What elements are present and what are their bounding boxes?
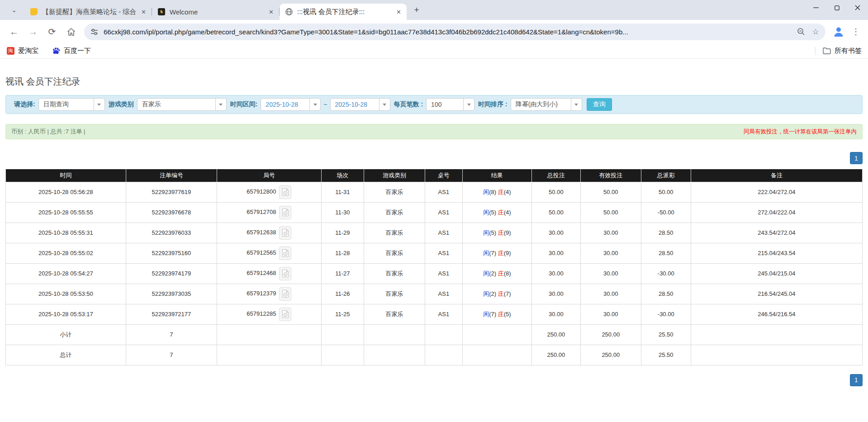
bookmark-taobao[interactable]: 淘 爱淘宝 <box>6 47 38 55</box>
cell-valid-bet: 50.00 <box>580 182 641 202</box>
total-valid-bet: 250.00 <box>580 345 641 365</box>
cell-time: 2025-10-28 05:55:31 <box>6 223 126 243</box>
cell-bet-number: 522923977619 <box>126 182 217 202</box>
maximize-button[interactable] <box>826 0 847 15</box>
cell-game-type: 百家乐 <box>364 284 425 304</box>
all-bookmarks-label: 所有书签 <box>835 47 862 55</box>
video-replay-button[interactable] <box>279 267 291 280</box>
cell-payout: -30.00 <box>641 304 691 324</box>
header-note: 备注 <box>691 169 862 182</box>
chevron-down-icon <box>309 99 320 110</box>
cell-session: 11-25 <box>321 304 364 324</box>
video-replay-button[interactable] <box>279 287 291 301</box>
total-count: 7 <box>126 345 217 365</box>
round-number-text: 657912379 <box>247 290 276 297</box>
table-header-row: 时间 注单编号 局号 场次 游戏类别 桌号 结果 总投注 有效投注 总派彩 备注 <box>6 169 863 182</box>
cell-result: 闲(2) 庄(7) <box>462 284 531 304</box>
close-icon[interactable]: ✕ <box>394 8 403 16</box>
cell-total-bet[interactable]: 30.00 <box>531 223 580 243</box>
profile-button[interactable] <box>831 24 846 39</box>
cell-table-number: AS1 <box>425 182 462 202</box>
cell-valid-bet: 30.00 <box>580 304 641 324</box>
result-banker-score: (4) <box>504 209 511 216</box>
table-row: 2025-10-28 05:54:27522923974179657912468… <box>6 263 863 284</box>
tab-welcome[interactable]: ♞ Welcome ✕ <box>152 4 279 20</box>
result-player-score: (2) <box>489 290 498 297</box>
page-1-button[interactable]: 1 <box>850 152 863 164</box>
date-to-value: 2025-10-28 <box>331 99 379 110</box>
query-button[interactable]: 查询 <box>587 98 612 111</box>
address-bar[interactable]: 66cxkj98.com/ipl/portal.php/game/betreco… <box>84 24 825 40</box>
video-replay-button[interactable] <box>279 308 291 321</box>
reload-button[interactable]: ⟳ <box>43 23 61 40</box>
result-player: 闲 <box>483 270 489 277</box>
bookmark-star-icon[interactable]: ☆ <box>808 24 823 39</box>
cell-total-bet[interactable]: 30.00 <box>531 284 580 304</box>
tab-forum[interactable]: 【新提醒】海燕策略论坛 - 综合 ✕ <box>24 4 152 20</box>
round-number-text: 657912565 <box>247 249 276 256</box>
close-icon[interactable]: ✕ <box>139 8 148 16</box>
close-icon <box>855 5 860 10</box>
video-replay-button[interactable] <box>279 247 291 260</box>
cell-total-bet[interactable]: 30.00 <box>531 243 580 263</box>
header-time: 时间 <box>6 169 126 182</box>
cell-payout: 50.00 <box>641 182 691 202</box>
maximize-icon <box>835 5 840 10</box>
query-type-select[interactable]: 日期查询 <box>38 98 105 111</box>
game-type-select[interactable]: 百家乐 <box>137 98 227 111</box>
all-bookmarks[interactable]: 所有书签 <box>815 47 862 55</box>
sort-select[interactable]: 降幂(由大到小) <box>511 98 582 111</box>
bookmark-baidu[interactable]: 百度一下 <box>52 47 91 55</box>
cell-game-type: 百家乐 <box>364 202 425 223</box>
cell-total-bet[interactable]: 30.00 <box>531 304 580 324</box>
cell-bet-number: 522923976678 <box>126 202 217 223</box>
forward-button[interactable]: → <box>24 23 42 40</box>
date-from-select[interactable]: 2025-10-28 <box>261 98 321 111</box>
cell-total-bet[interactable]: 50.00 <box>531 202 580 223</box>
tab-search-button[interactable]: ⌄ <box>7 3 21 17</box>
zoom-out-icon[interactable] <box>794 24 808 39</box>
video-replay-button[interactable] <box>279 206 291 219</box>
minimize-button[interactable] <box>806 0 826 15</box>
close-window-button[interactable] <box>847 0 868 15</box>
cell-total-bet[interactable]: 30.00 <box>531 263 580 284</box>
per-page-label: 每页笔数 : <box>394 100 423 109</box>
reload-icon: ⟳ <box>48 26 56 37</box>
plus-icon: + <box>414 5 419 15</box>
table-row: 2025-10-28 05:55:02522923975160657912565… <box>6 243 863 263</box>
date-to-select[interactable]: 2025-10-28 <box>330 98 390 111</box>
result-banker-score: (9) <box>504 250 511 256</box>
date-range-label: 时间区间: <box>230 100 258 109</box>
table-body: 2025-10-28 05:56:28522923977619657912800… <box>6 182 863 365</box>
site-info-icon[interactable] <box>90 28 98 36</box>
date-from-value: 2025-10-28 <box>261 99 309 110</box>
result-player: 闲 <box>483 250 489 256</box>
per-page-select[interactable]: 100 <box>426 98 474 111</box>
video-replay-button[interactable] <box>279 226 291 240</box>
tab-bet-records-active[interactable]: :::视讯 会员下注纪录::: ✕ <box>280 4 407 20</box>
pagination-bottom: 1 <box>5 374 863 386</box>
url-text[interactable]: 66cxkj98.com/ipl/portal.php/game/betreco… <box>104 28 794 36</box>
cell-total-bet[interactable]: 50.00 <box>531 182 580 202</box>
back-button[interactable]: ← <box>5 23 23 40</box>
browser-menu-button[interactable]: ⋮ <box>848 24 863 39</box>
browser-toolbar: ← → ⟳ 66cxkj98.com/ipl/portal.php/game/b… <box>0 20 868 43</box>
cell-game-type: 百家乐 <box>364 223 425 243</box>
notice-text: 同局有效投注，统一计算在该局第一张注单内 <box>744 128 857 136</box>
cell-session: 11-29 <box>321 223 364 243</box>
header-total-bet: 总投注 <box>531 169 580 182</box>
profile-icon <box>833 26 844 38</box>
cell-result: 闲(2) 庄(8) <box>462 263 531 284</box>
subtotal-count: 7 <box>126 324 217 345</box>
close-icon[interactable]: ✕ <box>267 8 275 16</box>
cell-result: 闲(5) 庄(9) <box>462 223 531 243</box>
page-1-button[interactable]: 1 <box>850 374 863 386</box>
cell-round-number: 657912468 <box>217 263 321 284</box>
cell-bet-number: 522923975160 <box>126 243 217 263</box>
cell-payout: -30.00 <box>641 263 691 284</box>
home-button[interactable] <box>62 23 80 40</box>
video-replay-button[interactable] <box>279 185 291 199</box>
cell-round-number: 657912638 <box>217 223 321 243</box>
new-tab-button[interactable]: + <box>410 4 423 16</box>
cell-session: 11-30 <box>321 202 364 223</box>
